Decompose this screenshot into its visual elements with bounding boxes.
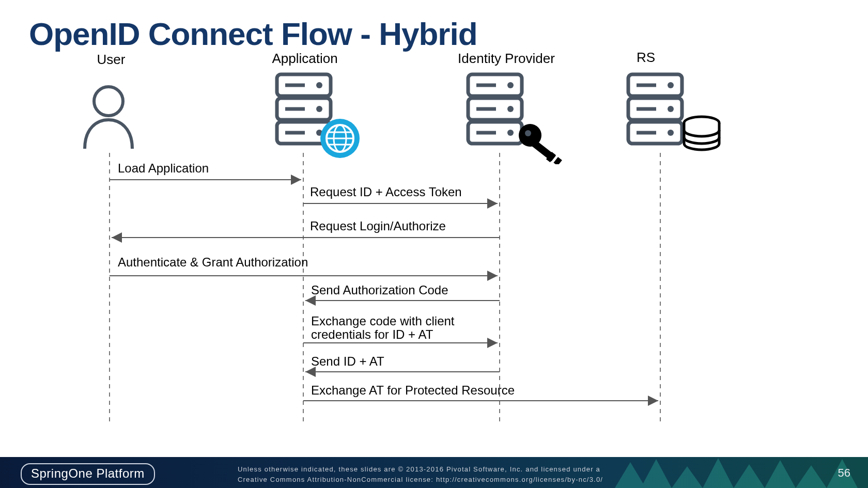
svg-marker-54 <box>672 466 703 488</box>
sequence-diagram <box>0 0 868 488</box>
msg-authenticate: Authenticate & Grant Authorization <box>118 255 308 270</box>
footer-decoration <box>599 457 868 488</box>
footer-license-line2: Creative Commons Attribution-NonCommerci… <box>238 476 603 483</box>
svg-marker-53 <box>641 459 672 488</box>
msg-request-id-at: Request ID + Access Token <box>310 185 462 199</box>
svg-marker-55 <box>703 458 734 488</box>
msg-request-login: Request Login/Authorize <box>310 219 446 233</box>
msg-send-id-at: Send ID + AT <box>311 354 384 369</box>
msg-load-application: Load Application <box>118 161 209 176</box>
msg-send-auth-code: Send Authorization Code <box>311 283 448 297</box>
footer-brand: SpringOne Platform <box>21 463 155 485</box>
msg-exchange-at-resource: Exchange AT for Protected Resource <box>311 383 515 398</box>
svg-marker-58 <box>796 465 827 488</box>
footer-license-line1: Unless otherwise indicated, these slides… <box>238 465 600 473</box>
svg-marker-52 <box>615 462 646 488</box>
slide: OpenID Connect Flow - Hybrid User Applic… <box>0 0 868 488</box>
svg-marker-57 <box>765 460 796 488</box>
svg-marker-56 <box>734 464 765 488</box>
footer-license: Unless otherwise indicated, these slides… <box>238 464 603 484</box>
footer-page-number: 56 <box>838 466 850 480</box>
msg-exchange-code-a: Exchange code with client <box>311 314 455 328</box>
footer: SpringOne Platform Unless otherwise indi… <box>0 457 868 488</box>
msg-exchange-code-b: credentials for ID + AT <box>311 327 433 342</box>
